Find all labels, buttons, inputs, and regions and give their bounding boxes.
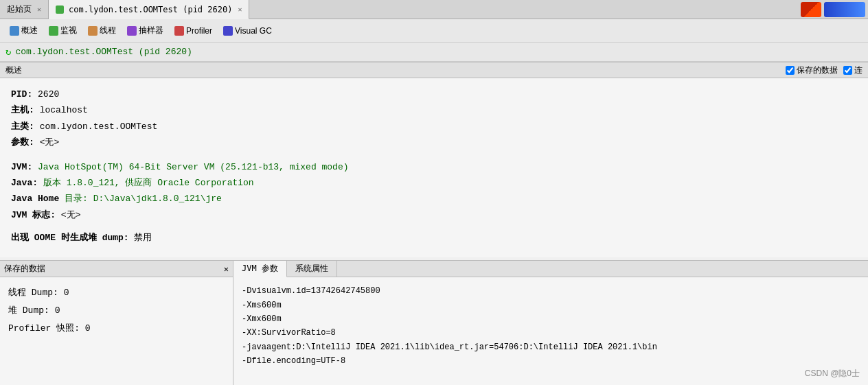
jvm-param-3: -XX:SurvivorRatio=8 bbox=[242, 326, 860, 340]
main-content: PID: 2620 主机: localhost 主类: com.lydon.te… bbox=[0, 78, 868, 257]
visualgc-icon bbox=[223, 26, 233, 36]
start-tab-label: 起始页 bbox=[7, 3, 32, 15]
profiler-snapshot-label: Profiler 快照: bbox=[8, 323, 80, 334]
heap-dump-label: 堆 Dump: bbox=[8, 305, 49, 316]
toolbar-profiler-label: Profiler bbox=[186, 26, 212, 36]
jvm-param-2: -Xmx600m bbox=[242, 312, 860, 326]
thread-dump-line: 线程 Dump: 0 bbox=[8, 284, 225, 302]
app-title-bar: ↻ com.lydon.test.OOMTest (pid 2620) bbox=[0, 43, 868, 62]
saved-data-check[interactable] bbox=[786, 66, 795, 75]
watermark: CSDN @隐0士 bbox=[805, 368, 860, 380]
jvm-param-0: -Dvisualvm.id=13742642745800 bbox=[242, 284, 860, 298]
jvm-param-1: -Xms600m bbox=[242, 299, 860, 312]
section-label: 概述 bbox=[5, 65, 22, 76]
inner-tab-jvm-label: JVM 参数 bbox=[242, 264, 278, 273]
basic-info-group: PID: 2620 主机: localhost 主类: com.lydon.te… bbox=[11, 86, 857, 151]
jvm-param-5: -Dfile.encoding=UTF-8 bbox=[242, 354, 860, 368]
tab-bar: 起始页 ✕ com.lydon.test.OOMTest (pid 2620) … bbox=[0, 0, 868, 19]
left-panel: 保存的数据 ✕ 线程 Dump: 0 堆 Dump: 0 Profiler 快照… bbox=[0, 261, 233, 385]
app-title-text: com.lydon.test.OOMTest (pid 2620) bbox=[15, 47, 192, 57]
tab-start[interactable]: 起始页 ✕ bbox=[0, 0, 49, 19]
connect-check[interactable] bbox=[843, 66, 852, 75]
tab-start-close[interactable]: ✕ bbox=[37, 5, 41, 13]
host-line: 主机: localhost bbox=[11, 102, 857, 118]
thread-icon bbox=[88, 26, 98, 36]
profiler-snapshot-value: 0 bbox=[85, 323, 91, 334]
toolbar-monitor-label: 监视 bbox=[60, 25, 77, 36]
thread-dump-value: 0 bbox=[64, 288, 69, 298]
pid-value: 2620 bbox=[38, 89, 59, 100]
params-label: 参数: bbox=[11, 137, 34, 148]
toolbar-overview-label: 概述 bbox=[21, 25, 38, 36]
right-panel: JVM 参数 系统属性 -Dvisualvm.id=13742642745800… bbox=[233, 261, 868, 385]
inner-tab-sysprops-label: 系统属性 bbox=[295, 264, 328, 273]
toolbar-sampler-label: 抽样器 bbox=[139, 25, 163, 36]
oom-label: 出现 OOME 时生成堆 dump: bbox=[11, 233, 129, 243]
jvm-flags-line: JVM 标志: <无> bbox=[11, 207, 857, 223]
jvm-info-group: JVM: Java HotSpot(TM) 64-Bit Server VM (… bbox=[11, 159, 857, 224]
refresh-icon[interactable]: ↻ bbox=[5, 46, 11, 58]
oom-line: 出现 OOME 时生成堆 dump: 禁用 bbox=[11, 231, 857, 244]
jvm-line: JVM: Java HotSpot(TM) 64-Bit Server VM (… bbox=[11, 159, 857, 175]
java-home-line: Java Home 目录: D:\Java\jdk1.8.0_121\jre bbox=[11, 191, 857, 207]
jvm-flags-value: <无> bbox=[61, 210, 81, 220]
connect-label: 连 bbox=[854, 65, 863, 76]
saved-data-checkbox[interactable]: 保存的数据 bbox=[786, 65, 838, 76]
class-label: 主类: bbox=[11, 121, 34, 132]
toolbar-thread-label: 线程 bbox=[100, 25, 116, 36]
inner-tab-jvm[interactable]: JVM 参数 bbox=[233, 261, 287, 277]
connect-checkbox[interactable]: 连 bbox=[843, 65, 863, 76]
thread-dump-label: 线程 Dump: bbox=[8, 288, 58, 298]
java-label: Java: bbox=[11, 178, 38, 188]
class-value: com.lydon.test.OOMTest bbox=[40, 121, 158, 132]
params-line: 参数: <无> bbox=[11, 135, 857, 150]
params-value: <无> bbox=[40, 137, 60, 148]
host-label: 主机: bbox=[11, 105, 34, 115]
app-title: ↻ com.lydon.test.OOMTest (pid 2620) bbox=[5, 46, 192, 58]
tab-oomtest-close[interactable]: ✕ bbox=[238, 5, 242, 13]
main-toolbar: 概述 监视 线程 抽样器 Profiler Visual GC bbox=[0, 19, 868, 43]
heap-dump-line: 堆 Dump: 0 bbox=[8, 302, 225, 320]
toolbar-btn-profiler[interactable]: Profiler bbox=[170, 25, 216, 37]
section-header: 概述 保存的数据 连 bbox=[0, 62, 868, 78]
oomtest-tab-label: com.lydon.test.OOMTest (pid 2620) bbox=[69, 5, 232, 14]
toolbar-visualgc-label: Visual GC bbox=[235, 26, 272, 36]
bottom-panel: 保存的数据 ✕ 线程 Dump: 0 堆 Dump: 0 Profiler 快照… bbox=[0, 260, 868, 385]
overview-icon bbox=[10, 26, 19, 36]
pid-label: PID: bbox=[11, 89, 32, 100]
java-line: Java: 版本 1.8.0_121, 供应商 Oracle Corporati… bbox=[11, 175, 857, 191]
java-home-value: 目录: D:\Java\jdk1.8.0_121\jre bbox=[65, 194, 222, 204]
logo-red bbox=[801, 2, 821, 17]
jvm-param-4: -javaagent:D:\IntelliJ IDEA 2021.1\lib\i… bbox=[242, 340, 860, 354]
inner-tab-strip: JVM 参数 系统属性 bbox=[233, 261, 868, 277]
inner-tab-sysprops[interactable]: 系统属性 bbox=[287, 261, 337, 277]
left-panel-header: 保存的数据 ✕ bbox=[0, 261, 233, 277]
toolbar-btn-overview[interactable]: 概述 bbox=[5, 23, 42, 38]
pid-line: PID: 2620 bbox=[11, 86, 857, 102]
top-logo bbox=[801, 2, 865, 17]
tab-oomtest[interactable]: com.lydon.test.OOMTest (pid 2620) ✕ bbox=[49, 0, 249, 19]
jvm-value: Java HotSpot(TM) 64-Bit Server VM (25.12… bbox=[38, 162, 348, 172]
logo-blue bbox=[824, 2, 865, 17]
sampler-icon bbox=[127, 26, 137, 36]
java-home-label: Java Home bbox=[11, 194, 59, 204]
right-panel-content: -Dvisualvm.id=13742642745800 -Xms600m -X… bbox=[233, 277, 868, 385]
monitor-icon bbox=[49, 26, 58, 36]
profiler-snapshot-line: Profiler 快照: 0 bbox=[8, 320, 225, 338]
left-panel-close[interactable]: ✕ bbox=[224, 264, 229, 274]
toolbar-btn-thread[interactable]: 线程 bbox=[84, 23, 120, 38]
class-line: 主类: com.lydon.test.OOMTest bbox=[11, 119, 857, 135]
java-value: 版本 1.8.0_121, 供应商 Oracle Corporation bbox=[43, 178, 254, 188]
oom-value: 禁用 bbox=[134, 233, 152, 243]
left-panel-content: 线程 Dump: 0 堆 Dump: 0 Profiler 快照: 0 bbox=[0, 277, 233, 345]
toolbar-btn-monitor[interactable]: 监视 bbox=[45, 23, 81, 38]
toolbar-btn-sampler[interactable]: 抽样器 bbox=[123, 23, 168, 38]
profiler-icon bbox=[174, 26, 184, 36]
heap-dump-value: 0 bbox=[55, 305, 60, 316]
oomtest-tab-icon bbox=[56, 5, 64, 14]
jvm-label: JVM: bbox=[11, 162, 32, 172]
jvm-flags-label: JVM 标志: bbox=[11, 210, 56, 220]
section-header-right: 保存的数据 连 bbox=[786, 65, 863, 76]
left-panel-title: 保存的数据 bbox=[4, 263, 45, 275]
toolbar-btn-visualgc[interactable]: Visual GC bbox=[219, 25, 276, 37]
